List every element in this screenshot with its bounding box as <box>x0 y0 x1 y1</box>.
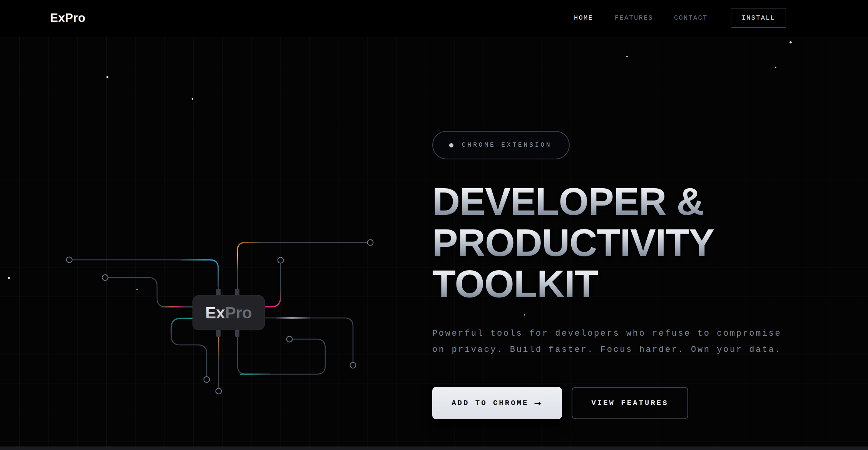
nav-link-home[interactable]: HOME <box>574 0 593 36</box>
description-line-2: on privacy. Build faster. Focus harder. … <box>432 342 809 358</box>
nav-link-contact[interactable]: CONTACT <box>674 0 708 36</box>
view-features-button[interactable]: VIEW FEATURES <box>572 387 688 419</box>
chrome-extension-badge: CHROME EXTENSION <box>432 131 570 159</box>
badge-dot-icon <box>449 143 453 147</box>
logo[interactable]: ExPro <box>50 0 85 36</box>
heading-line-3: TOOLKIT <box>432 263 598 304</box>
description-line-1: Powerful tools for developers who refuse… <box>432 326 809 342</box>
cta-row: ADD TO CHROME → VIEW FEATURES <box>432 387 809 419</box>
hero-description: Powerful tools for developers who refuse… <box>432 326 809 358</box>
badge-label: CHROME EXTENSION <box>462 142 552 149</box>
chip <box>192 295 265 330</box>
heading-line-1: DEVELOPER & <box>432 181 704 222</box>
chip-label: ExPro <box>205 304 252 322</box>
view-features-label: VIEW FEATURES <box>591 399 668 407</box>
arrow-right-icon: → <box>534 398 542 408</box>
next-section-edge <box>0 447 868 450</box>
hero-heading: DEVELOPER & PRODUCTIVITY TOOLKIT <box>432 181 809 304</box>
add-to-chrome-button[interactable]: ADD TO CHROME → <box>432 387 562 419</box>
hero-section: ExPro CHROME EXTENSION DEVELOPER & PRODU… <box>0 36 868 447</box>
navbar: ExPro HOME FEATURES CONTACT INSTALL <box>0 0 868 36</box>
install-button[interactable]: INSTALL <box>731 8 786 28</box>
nav-link-features[interactable]: FEATURES <box>615 0 653 36</box>
add-to-chrome-label: ADD TO CHROME <box>452 399 528 407</box>
heading-line-2: PRODUCTIVITY <box>432 222 714 263</box>
